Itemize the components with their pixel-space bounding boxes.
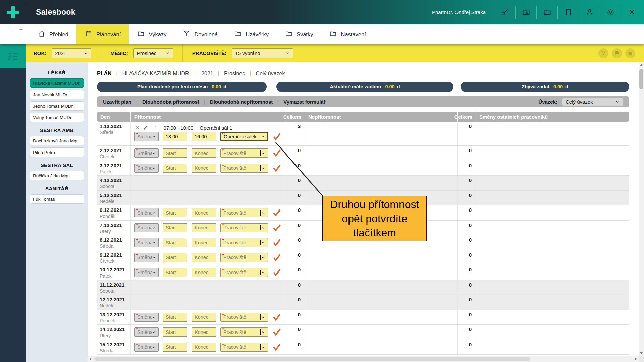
- shift-type-select[interactable]: Směna: [134, 268, 159, 277]
- workplace-select[interactable]: Pracoviště: [220, 148, 268, 158]
- end-time-input[interactable]: Konec: [192, 253, 216, 262]
- end-time-input[interactable]: Konec: [192, 223, 216, 232]
- confirm-check-button[interactable]: [273, 313, 281, 321]
- workplace-select[interactable]: Pracoviště: [220, 268, 268, 277]
- toolbar-action[interactable]: Dlouhodobá přítomnost: [142, 99, 199, 105]
- tab-nastaveni[interactable]: Nastavení: [321, 24, 374, 44]
- print-button[interactable]: [612, 48, 622, 58]
- shift-type-select[interactable]: Směna: [134, 343, 159, 352]
- confirm-check-button[interactable]: [273, 268, 281, 276]
- close-icon[interactable]: [621, 0, 642, 24]
- confirm-check-button[interactable]: [273, 254, 281, 261]
- tab-dovolena[interactable]: Dovolená: [174, 24, 226, 44]
- staff-item[interactable]: Docházková Jana Mgr.: [30, 136, 84, 145]
- end-time-input[interactable]: Konec: [192, 313, 216, 322]
- rok-select[interactable]: 2021: [52, 48, 91, 58]
- shift-type-select[interactable]: Směna: [134, 148, 159, 158]
- user-icon[interactable]: [579, 0, 600, 24]
- start-time-input[interactable]: Start: [163, 208, 187, 217]
- start-time-input[interactable]: Start: [163, 148, 187, 158]
- folder-new-icon[interactable]: N: [516, 0, 536, 24]
- horizontal-scrollbar[interactable]: [88, 356, 639, 362]
- start-time-input[interactable]: Start: [163, 343, 187, 352]
- confirm-check-button[interactable]: [273, 209, 281, 217]
- shift-type-select[interactable]: Směna: [134, 327, 159, 337]
- forward-arrow-icon[interactable]: →: [18, 26, 23, 32]
- staff-item[interactable]: Pilná Petra: [30, 147, 84, 157]
- tab-vykazy[interactable]: Výkazy: [129, 24, 174, 44]
- start-time-input[interactable]: 13:00: [163, 132, 187, 141]
- key-icon[interactable]: [494, 0, 515, 24]
- shift-type-select[interactable]: Směna: [134, 164, 159, 173]
- tab-prehled[interactable]: Přehled: [30, 24, 76, 44]
- gear-icon[interactable]: [600, 0, 621, 24]
- workplace-select[interactable]: Pracoviště: [220, 208, 268, 217]
- copy-entry-icon[interactable]: [152, 125, 157, 131]
- shift-type-select[interactable]: Směna: [134, 132, 159, 141]
- staff-item[interactable]: Ručička Jirka Mgr.: [30, 171, 84, 180]
- end-time-input[interactable]: Konec: [192, 164, 216, 173]
- start-time-input[interactable]: Start: [163, 238, 187, 247]
- confirm-check-button[interactable]: [273, 328, 281, 336]
- vertical-scroll-thumb[interactable]: [639, 69, 643, 89]
- filter-funnel-button[interactable]: [598, 48, 608, 58]
- workplace-select[interactable]: Operační sálek: [220, 132, 268, 141]
- staff-item[interactable]: Volný Tomáš MUDr.: [30, 113, 84, 122]
- sidebar-toggle-button[interactable]: [0, 44, 26, 68]
- shift-type-select[interactable]: Směna: [134, 223, 159, 232]
- user-name[interactable]: PharmDr. Ondřej Straka: [432, 9, 486, 15]
- pracoviste-select[interactable]: 15 vybráno: [232, 48, 293, 58]
- confirm-check-button[interactable]: [273, 164, 281, 172]
- shift-type-select[interactable]: Směna: [134, 208, 159, 217]
- delete-entry-icon[interactable]: ✕: [136, 125, 140, 131]
- start-time-input[interactable]: Start: [163, 313, 187, 322]
- end-time-input[interactable]: Konec: [192, 208, 216, 217]
- workplace-select[interactable]: Pracoviště: [220, 253, 268, 262]
- confirm-check-button[interactable]: [273, 224, 281, 232]
- workplace-select[interactable]: Pracoviště: [220, 164, 268, 173]
- confirm-check-button[interactable]: [273, 343, 281, 351]
- tab-planovani[interactable]: Plánování: [76, 24, 129, 44]
- toolbar-action[interactable]: Uzavřít plán: [103, 99, 131, 105]
- staff-item[interactable]: Jedno Tomáš MUDr.: [30, 101, 84, 111]
- shift-type-select[interactable]: Směna: [134, 313, 159, 322]
- edit-entry-icon[interactable]: [143, 125, 149, 131]
- end-time-input[interactable]: Konec: [192, 148, 216, 158]
- staff-item[interactable]: Hlavička Kazimír MUDr.: [30, 78, 84, 88]
- frame-icon[interactable]: [558, 0, 579, 24]
- toolbar-action[interactable]: Dlouhodobá nepřítomnost: [210, 99, 273, 105]
- start-time-input[interactable]: Start: [163, 253, 187, 262]
- workplace-select[interactable]: Pracoviště: [220, 327, 268, 337]
- workplace-select[interactable]: Pracoviště: [220, 238, 268, 247]
- menu-button[interactable]: [625, 48, 635, 58]
- tab-svatky[interactable]: Svátky: [277, 24, 321, 44]
- shift-type-select[interactable]: Směna: [134, 238, 159, 247]
- confirm-check-button[interactable]: [273, 149, 281, 157]
- scroll-down-arrow[interactable]: [639, 351, 644, 356]
- workplace-select[interactable]: Pracoviště: [220, 223, 268, 232]
- scroll-right-arrow[interactable]: [633, 356, 639, 362]
- end-time-input[interactable]: 16:00: [192, 132, 216, 141]
- end-time-input[interactable]: Konec: [192, 327, 216, 337]
- end-time-input[interactable]: Konec: [192, 238, 216, 247]
- shift-type-select[interactable]: Směna: [134, 253, 159, 262]
- staff-item[interactable]: Jan Novák MUDr.: [30, 90, 84, 99]
- start-time-input[interactable]: Start: [163, 164, 187, 173]
- scroll-left-arrow[interactable]: [88, 356, 93, 362]
- workplace-select[interactable]: Pracoviště: [220, 343, 268, 352]
- start-time-input[interactable]: Start: [163, 268, 187, 277]
- folder-icon[interactable]: [537, 0, 557, 24]
- end-time-input[interactable]: Konec: [192, 268, 216, 277]
- confirm-check-button[interactable]: [273, 133, 281, 140]
- scroll-up-arrow[interactable]: [639, 62, 644, 68]
- workplace-select[interactable]: Pracoviště: [220, 313, 268, 322]
- vertical-scrollbar[interactable]: [639, 62, 644, 356]
- start-time-input[interactable]: Start: [163, 223, 187, 232]
- confirm-check-button[interactable]: [273, 239, 281, 246]
- tab-uzaverky[interactable]: Uzávěrky: [226, 24, 277, 44]
- end-time-input[interactable]: Konec: [192, 343, 216, 352]
- horizontal-scroll-thumb[interactable]: [94, 357, 530, 361]
- start-time-input[interactable]: Start: [163, 327, 187, 337]
- toolbar-action[interactable]: Vymazat formulář: [283, 99, 325, 105]
- staff-item[interactable]: Fuk Tomáš: [30, 194, 84, 204]
